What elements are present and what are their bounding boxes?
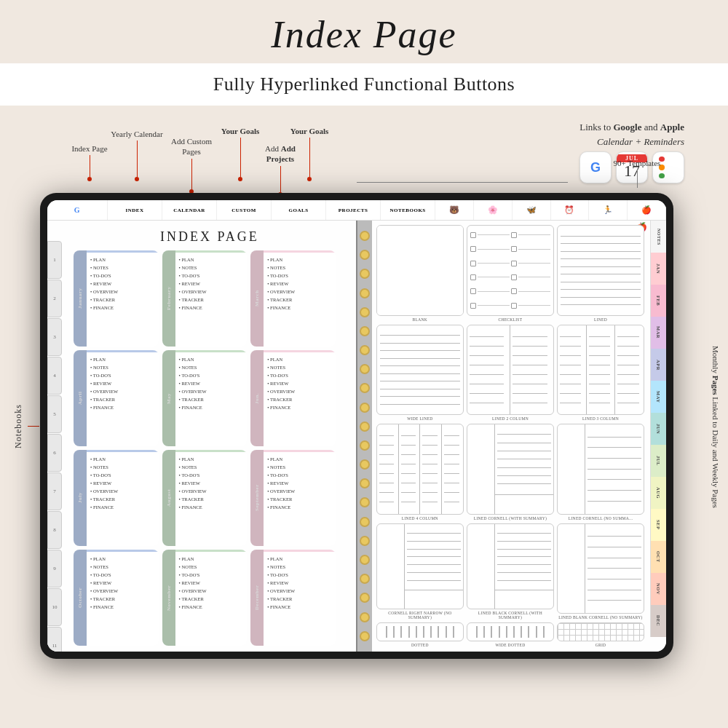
month-item[interactable]: PLAN	[179, 455, 244, 463]
month-item[interactable]: REVIEW	[179, 379, 244, 387]
month-item[interactable]: REVIEW	[267, 579, 332, 587]
month-item[interactable]: NOTES	[90, 363, 155, 371]
month-item[interactable]: PLAN	[90, 355, 155, 363]
nav-icon-6[interactable]: 🍎	[628, 200, 666, 220]
month-item[interactable]: TO-DO'S	[90, 471, 155, 479]
template-card-checklist[interactable]: CHECKLIST	[467, 225, 554, 322]
month-item[interactable]: PLAN	[90, 555, 155, 563]
template-card-lined[interactable]: LINED	[557, 225, 644, 322]
month-item[interactable]: REVIEW	[267, 280, 332, 288]
month-item[interactable]: TO-DO'S	[267, 571, 332, 579]
month-item[interactable]: TO-DO'S	[90, 272, 155, 280]
template-card-col3[interactable]: LINED 3 COLUMN	[557, 325, 644, 422]
month-item[interactable]: NOTES	[90, 463, 155, 471]
month-item[interactable]: TO-DO'S	[90, 371, 155, 379]
row-tab-4[interactable]: 4	[47, 357, 62, 395]
template-card-dotted[interactable]: WIDE DOTTED	[467, 622, 554, 647]
month-tab-feb[interactable]: FEB	[650, 285, 666, 317]
month-item[interactable]: OVERVIEW	[90, 487, 155, 495]
nav-tab-custom[interactable]: CUSTOM	[217, 200, 272, 220]
template-card-dotted[interactable]: DOTTED	[376, 622, 464, 647]
month-tab-jun[interactable]: JUN	[650, 413, 666, 445]
month-item[interactable]: FINANCE	[179, 603, 244, 611]
month-item[interactable]: OVERVIEW	[267, 587, 332, 595]
month-item[interactable]: REVIEW	[179, 280, 244, 288]
month-tab-dec[interactable]: DEC	[650, 605, 666, 637]
month-item[interactable]: NOTES	[267, 264, 332, 272]
month-card-jan[interactable]: JanuaryPLANNOTESTO-DO'SREVIEWOVERVIEWTRA…	[74, 250, 159, 347]
nav-icon-2[interactable]: 🌸	[474, 200, 513, 220]
nav-icon-5[interactable]: 🏃	[589, 200, 628, 220]
month-item[interactable]: FINANCE	[90, 503, 155, 511]
month-tab-apr[interactable]: APR	[650, 349, 666, 381]
row-tab-1[interactable]: 1	[47, 241, 62, 279]
month-item[interactable]: REVIEW	[90, 379, 155, 387]
month-item[interactable]: TRACKER	[90, 495, 155, 503]
template-card-grid[interactable]: GRID	[557, 622, 644, 647]
month-item[interactable]: TO-DO'S	[267, 471, 332, 479]
row-tab-3[interactable]: 3	[47, 318, 62, 356]
month-tab-notes[interactable]: NOTES	[650, 221, 666, 253]
month-item[interactable]: TRACKER	[90, 395, 155, 403]
template-card-cornell-blank[interactable]: LINED BLANK CORNELL (NO SUMMARY)	[557, 523, 644, 620]
month-item[interactable]: FINANCE	[90, 304, 155, 312]
month-item[interactable]: NOTES	[179, 264, 244, 272]
month-tab-sep[interactable]: SEP	[650, 509, 666, 541]
nav-icon-4[interactable]: ⏰	[551, 200, 590, 220]
month-item[interactable]: FINANCE	[179, 304, 244, 312]
month-item[interactable]: FINANCE	[267, 503, 332, 511]
month-card-dec[interactable]: DecemberPLANNOTESTO-DO'SREVIEWOVERVIEWTR…	[250, 550, 336, 646]
month-item[interactable]: REVIEW	[90, 479, 155, 487]
month-tab-jan[interactable]: JAN	[650, 253, 666, 285]
nav-tab-notebooks[interactable]: NOTEBOOKS	[381, 200, 435, 220]
row-tab-5[interactable]: 5	[47, 395, 62, 433]
template-card-cornell-right[interactable]: CORNELL RIGHT NARROW (NO SUMMARY)	[376, 523, 464, 620]
template-card-cornell-black[interactable]: LINED BLACK CORNELL (WITH SUMMARY)	[467, 523, 554, 620]
month-tab-nov[interactable]: NOV	[650, 573, 666, 605]
row-tab-6[interactable]: 6	[47, 434, 62, 472]
month-item[interactable]: NOTES	[179, 563, 244, 571]
month-item[interactable]: FINANCE	[90, 403, 155, 411]
month-item[interactable]: OVERVIEW	[267, 288, 332, 296]
template-card-col2[interactable]: LINED 2 COLUMN	[467, 325, 554, 422]
month-item[interactable]: NOTES	[267, 363, 332, 371]
nav-tab-goals[interactable]: GOALS	[272, 200, 326, 220]
template-card-col4[interactable]: LINED 4 COLUMN	[376, 424, 464, 521]
month-item[interactable]: TRACKER	[90, 296, 155, 304]
month-item[interactable]: TO-DO'S	[90, 571, 155, 579]
month-item[interactable]: TRACKER	[267, 595, 332, 603]
month-card-jun[interactable]: Jun.PLANNOTESTO-DO'SREVIEWOVERVIEWTRACKE…	[250, 350, 336, 446]
month-item[interactable]: TRACKER	[267, 395, 332, 403]
month-item[interactable]: REVIEW	[90, 579, 155, 587]
month-item[interactable]: PLAN	[90, 256, 155, 264]
month-tab-jul[interactable]: JUL	[650, 445, 666, 477]
month-card-oct[interactable]: OctoberPLANNOTESTO-DO'SREVIEWOVERVIEWTRA…	[74, 550, 159, 646]
month-item[interactable]: TRACKER	[179, 495, 244, 503]
template-card-cornell-no[interactable]: LINED CORNELL (NO SUMMA...	[557, 424, 644, 521]
google-icon-tab[interactable]: G	[47, 200, 108, 220]
row-tab-2[interactable]: 2	[47, 280, 62, 317]
month-card-nov[interactable]: NovemberPLANNOTESTO-DO'SREVIEWOVERVIEWTR…	[162, 550, 248, 646]
month-item[interactable]: TO-DO'S	[179, 272, 244, 280]
month-item[interactable]: FINANCE	[267, 304, 332, 312]
month-card-mar[interactable]: MarchPLANNOTESTO-DO'SREVIEWOVERVIEWTRACK…	[250, 250, 336, 347]
month-item[interactable]: TO-DO'S	[267, 272, 332, 280]
row-tab-9[interactable]: 9	[47, 550, 62, 587]
month-card-jul[interactable]: JulyPLANNOTESTO-DO'SREVIEWOVERVIEWTRACKE…	[74, 450, 159, 546]
row-tab-11[interactable]: 11	[47, 627, 62, 652]
month-item[interactable]: NOTES	[267, 463, 332, 471]
month-item[interactable]: FINANCE	[179, 403, 244, 411]
month-item[interactable]: PLAN	[267, 455, 332, 463]
month-item[interactable]: TRACKER	[179, 395, 244, 403]
month-item[interactable]: OVERVIEW	[179, 288, 244, 296]
month-item[interactable]: FINANCE	[179, 503, 244, 511]
month-item[interactable]: NOTES	[179, 363, 244, 371]
template-card-lined[interactable]: WIDE LINED	[376, 325, 464, 422]
month-item[interactable]: NOTES	[90, 264, 155, 272]
nav-icon-3[interactable]: 🦋	[513, 200, 551, 220]
month-item[interactable]: REVIEW	[267, 479, 332, 487]
month-item[interactable]: TRACKER	[267, 296, 332, 304]
month-card-may[interactable]: MayPLANNOTESTO-DO'SREVIEWOVERVIEWTRACKER…	[162, 350, 248, 446]
month-item[interactable]: PLAN	[179, 355, 244, 363]
nav-tab-calendar[interactable]: CALENDAR	[162, 200, 217, 220]
